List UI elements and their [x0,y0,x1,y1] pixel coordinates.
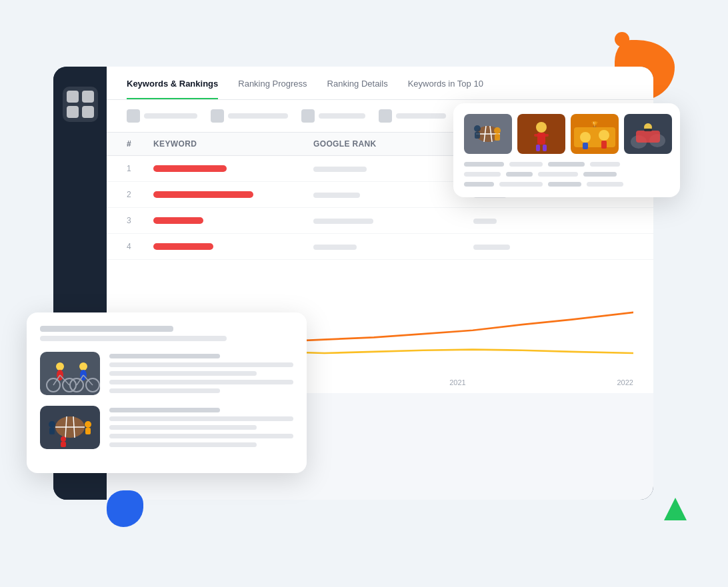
serp-text-block [506,172,533,177]
snippet-line [109,434,293,438]
filter-pill-2[interactable] [211,109,288,123]
device-frame: Keywords & Rankings Ranking Progress Ran… [53,67,653,500]
svg-rect-13 [536,145,540,151]
sidebar-grid-cell [67,106,79,118]
snippet-line [109,380,293,384]
svg-point-10 [536,122,547,133]
snippet-line [109,442,257,447]
serp-text-block [464,162,504,167]
filter-pill-4[interactable] [379,109,446,123]
svg-rect-8 [495,134,500,141]
svg-point-19 [599,130,609,141]
snippet-line [109,416,293,421]
tab-keywords-top10[interactable]: Keywords in Top 10 [408,67,483,99]
serp-text-block [548,162,585,167]
tab-keywords-rankings[interactable]: Keywords & Rankings [127,67,218,99]
svg-point-5 [474,125,481,132]
svg-rect-25 [636,131,660,143]
snippet-card [27,312,307,473]
snippet-text-lines-2 [109,408,293,447]
svg-rect-47 [49,428,55,434]
serp-text-row-3 [464,182,669,187]
serp-text-rows [464,162,669,187]
filter-icon-4 [379,109,392,123]
filter-pill-1[interactable] [127,109,197,123]
tab-ranking-details[interactable]: Ranking Details [327,67,388,99]
svg-point-17 [580,132,591,143]
th-num: # [127,139,153,149]
sidebar-grid-cell [67,91,79,103]
blob-blue [107,490,143,527]
filter-bar-2 [228,113,288,119]
row-num-3: 3 [127,216,153,225]
svg-point-48 [85,421,91,428]
sidebar-grid-cell [82,106,94,118]
serp-img-4-inner [624,114,672,154]
table-row[interactable]: 3 [107,208,653,234]
svg-rect-28 [40,352,100,395]
serp-images-row: 🏆 [464,114,669,154]
rank-cell-2 [313,189,473,201]
svg-rect-14 [543,145,547,151]
snippet-thumb-football [40,406,100,449]
svg-point-7 [494,127,501,134]
serp-text-block [464,182,494,187]
snippet-line [109,388,220,393]
snippet-line [109,354,220,358]
svg-point-50 [61,436,66,442]
snippet-text-lines-1 [109,354,293,393]
svg-rect-51 [61,442,66,447]
th-keyword: Keyword [153,139,313,149]
rank-cell-1 [313,163,473,175]
snippet-thumb-cycling [40,352,100,395]
svg-point-35 [79,362,87,370]
snippet-line [109,408,220,412]
svg-rect-6 [475,132,480,139]
snippet-line [109,425,257,430]
svg-text:🏆: 🏆 [591,121,598,127]
snippet-line [109,371,257,376]
kw-cell-4 [153,241,313,253]
snippet-row-2 [40,406,293,449]
snippet-line [109,362,293,367]
chart-label-2022: 2022 [617,378,633,386]
th-google-rank: Google Rank [313,139,473,149]
serp-text-block [499,182,543,187]
serp-text-block [548,182,581,187]
kw-cell-3 [153,215,313,227]
svg-point-46 [49,421,55,428]
kw-cell-2 [153,189,313,201]
tab-ranking-progress[interactable]: Ranking Progress [238,67,307,99]
filter-bar-4 [396,113,446,119]
serp-text-block [538,172,578,177]
kw-cell-1 [153,163,313,175]
serp-img-2 [517,114,565,154]
serp-img-1-inner [464,114,512,154]
table-row[interactable]: 4 [107,234,653,260]
filter-bar-1 [144,113,197,119]
serp-text-block [590,162,620,167]
svg-rect-12 [534,134,549,137]
sidebar-grid-cell [82,91,94,103]
serp-text-block [583,172,617,177]
filter-pill-3[interactable] [301,109,365,123]
chart-label-2021: 2021 [449,378,465,386]
row-num-2: 2 [127,190,153,199]
serp-images-card: 🏆 [453,103,680,197]
blob-green [664,498,687,520]
serp-img-1 [464,114,512,154]
svg-point-29 [56,362,64,370]
svg-rect-20 [601,141,607,149]
svg-rect-27 [644,129,652,131]
rank-cell-3 [313,215,473,227]
snippet-header-bars [40,326,293,341]
serp-cell-4 [473,241,633,253]
serp-img-3: 🏆 [571,114,619,154]
sidebar-logo [63,87,98,122]
rank-cell-4 [313,241,473,253]
filter-icon-1 [127,109,140,123]
filter-icon-3 [301,109,315,123]
tabs-bar: Keywords & Rankings Ranking Progress Ran… [107,67,653,100]
snippet-row-1 [40,352,293,395]
serp-text-block [509,162,543,167]
